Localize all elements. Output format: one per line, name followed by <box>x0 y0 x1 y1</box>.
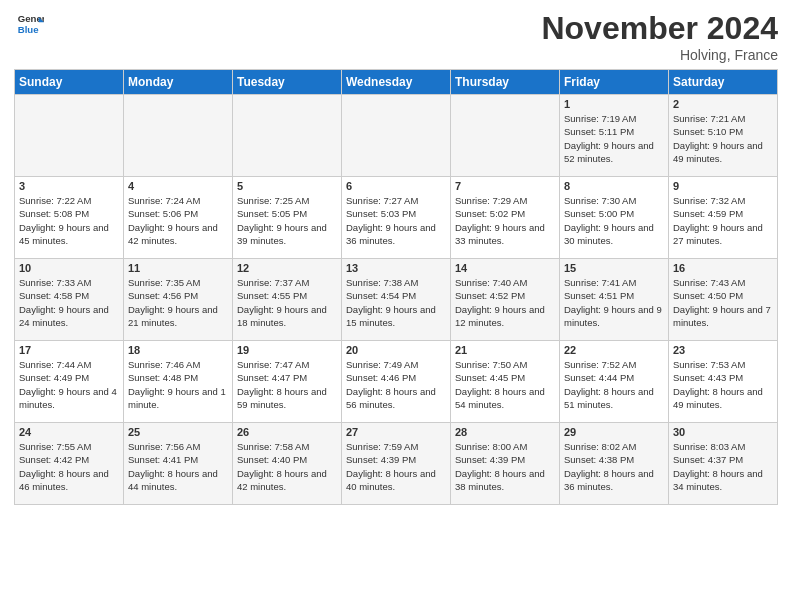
calendar-table: SundayMondayTuesdayWednesdayThursdayFrid… <box>14 69 778 505</box>
calendar-week-3: 17Sunrise: 7:44 AM Sunset: 4:49 PM Dayli… <box>15 341 778 423</box>
weekday-header-friday: Friday <box>560 70 669 95</box>
weekday-header-wednesday: Wednesday <box>342 70 451 95</box>
calendar-cell: 27Sunrise: 7:59 AM Sunset: 4:39 PM Dayli… <box>342 423 451 505</box>
location: Holving, France <box>541 47 778 63</box>
calendar-cell: 30Sunrise: 8:03 AM Sunset: 4:37 PM Dayli… <box>669 423 778 505</box>
calendar-cell: 26Sunrise: 7:58 AM Sunset: 4:40 PM Dayli… <box>233 423 342 505</box>
day-number: 24 <box>19 426 119 438</box>
calendar-cell <box>15 95 124 177</box>
calendar-cell: 7Sunrise: 7:29 AM Sunset: 5:02 PM Daylig… <box>451 177 560 259</box>
day-number: 4 <box>128 180 228 192</box>
day-number: 2 <box>673 98 773 110</box>
day-number: 23 <box>673 344 773 356</box>
day-info: Sunrise: 7:33 AM Sunset: 4:58 PM Dayligh… <box>19 276 119 329</box>
calendar-week-4: 24Sunrise: 7:55 AM Sunset: 4:42 PM Dayli… <box>15 423 778 505</box>
day-number: 17 <box>19 344 119 356</box>
day-info: Sunrise: 7:30 AM Sunset: 5:00 PM Dayligh… <box>564 194 664 247</box>
day-number: 20 <box>346 344 446 356</box>
calendar-cell: 19Sunrise: 7:47 AM Sunset: 4:47 PM Dayli… <box>233 341 342 423</box>
day-info: Sunrise: 7:21 AM Sunset: 5:10 PM Dayligh… <box>673 112 773 165</box>
day-number: 5 <box>237 180 337 192</box>
svg-text:Blue: Blue <box>18 24 39 35</box>
calendar-cell: 3Sunrise: 7:22 AM Sunset: 5:08 PM Daylig… <box>15 177 124 259</box>
day-info: Sunrise: 7:29 AM Sunset: 5:02 PM Dayligh… <box>455 194 555 247</box>
day-number: 7 <box>455 180 555 192</box>
calendar-cell: 29Sunrise: 8:02 AM Sunset: 4:38 PM Dayli… <box>560 423 669 505</box>
header: General Blue November 2024 Holving, Fran… <box>14 10 778 63</box>
day-info: Sunrise: 7:41 AM Sunset: 4:51 PM Dayligh… <box>564 276 664 329</box>
day-info: Sunrise: 7:49 AM Sunset: 4:46 PM Dayligh… <box>346 358 446 411</box>
calendar-cell: 10Sunrise: 7:33 AM Sunset: 4:58 PM Dayli… <box>15 259 124 341</box>
calendar-cell: 8Sunrise: 7:30 AM Sunset: 5:00 PM Daylig… <box>560 177 669 259</box>
day-info: Sunrise: 7:53 AM Sunset: 4:43 PM Dayligh… <box>673 358 773 411</box>
calendar-week-2: 10Sunrise: 7:33 AM Sunset: 4:58 PM Dayli… <box>15 259 778 341</box>
day-number: 15 <box>564 262 664 274</box>
calendar-week-1: 3Sunrise: 7:22 AM Sunset: 5:08 PM Daylig… <box>15 177 778 259</box>
day-number: 12 <box>237 262 337 274</box>
calendar-cell <box>342 95 451 177</box>
weekday-header-sunday: Sunday <box>15 70 124 95</box>
day-number: 18 <box>128 344 228 356</box>
day-info: Sunrise: 7:43 AM Sunset: 4:50 PM Dayligh… <box>673 276 773 329</box>
day-number: 14 <box>455 262 555 274</box>
day-number: 6 <box>346 180 446 192</box>
day-number: 27 <box>346 426 446 438</box>
calendar-cell: 22Sunrise: 7:52 AM Sunset: 4:44 PM Dayli… <box>560 341 669 423</box>
day-info: Sunrise: 7:52 AM Sunset: 4:44 PM Dayligh… <box>564 358 664 411</box>
day-info: Sunrise: 7:25 AM Sunset: 5:05 PM Dayligh… <box>237 194 337 247</box>
day-info: Sunrise: 7:35 AM Sunset: 4:56 PM Dayligh… <box>128 276 228 329</box>
calendar-cell: 16Sunrise: 7:43 AM Sunset: 4:50 PM Dayli… <box>669 259 778 341</box>
calendar-cell: 25Sunrise: 7:56 AM Sunset: 4:41 PM Dayli… <box>124 423 233 505</box>
day-info: Sunrise: 7:58 AM Sunset: 4:40 PM Dayligh… <box>237 440 337 493</box>
calendar-cell: 18Sunrise: 7:46 AM Sunset: 4:48 PM Dayli… <box>124 341 233 423</box>
weekday-header-monday: Monday <box>124 70 233 95</box>
day-number: 1 <box>564 98 664 110</box>
day-info: Sunrise: 7:19 AM Sunset: 5:11 PM Dayligh… <box>564 112 664 165</box>
day-number: 3 <box>19 180 119 192</box>
day-info: Sunrise: 7:47 AM Sunset: 4:47 PM Dayligh… <box>237 358 337 411</box>
day-number: 26 <box>237 426 337 438</box>
calendar-cell <box>124 95 233 177</box>
day-number: 29 <box>564 426 664 438</box>
day-info: Sunrise: 7:40 AM Sunset: 4:52 PM Dayligh… <box>455 276 555 329</box>
calendar-cell: 5Sunrise: 7:25 AM Sunset: 5:05 PM Daylig… <box>233 177 342 259</box>
calendar-cell: 20Sunrise: 7:49 AM Sunset: 4:46 PM Dayli… <box>342 341 451 423</box>
weekday-header-thursday: Thursday <box>451 70 560 95</box>
day-info: Sunrise: 7:59 AM Sunset: 4:39 PM Dayligh… <box>346 440 446 493</box>
calendar-cell: 23Sunrise: 7:53 AM Sunset: 4:43 PM Dayli… <box>669 341 778 423</box>
day-number: 16 <box>673 262 773 274</box>
logo-icon: General Blue <box>16 10 44 38</box>
logo: General Blue <box>14 10 44 38</box>
calendar-cell: 1Sunrise: 7:19 AM Sunset: 5:11 PM Daylig… <box>560 95 669 177</box>
calendar-cell: 11Sunrise: 7:35 AM Sunset: 4:56 PM Dayli… <box>124 259 233 341</box>
day-number: 8 <box>564 180 664 192</box>
day-info: Sunrise: 8:02 AM Sunset: 4:38 PM Dayligh… <box>564 440 664 493</box>
month-title: November 2024 <box>541 10 778 47</box>
calendar-cell: 2Sunrise: 7:21 AM Sunset: 5:10 PM Daylig… <box>669 95 778 177</box>
calendar-cell: 6Sunrise: 7:27 AM Sunset: 5:03 PM Daylig… <box>342 177 451 259</box>
calendar-cell: 13Sunrise: 7:38 AM Sunset: 4:54 PM Dayli… <box>342 259 451 341</box>
calendar-body: 1Sunrise: 7:19 AM Sunset: 5:11 PM Daylig… <box>15 95 778 505</box>
calendar-cell: 21Sunrise: 7:50 AM Sunset: 4:45 PM Dayli… <box>451 341 560 423</box>
day-number: 21 <box>455 344 555 356</box>
day-info: Sunrise: 7:44 AM Sunset: 4:49 PM Dayligh… <box>19 358 119 411</box>
day-info: Sunrise: 8:03 AM Sunset: 4:37 PM Dayligh… <box>673 440 773 493</box>
calendar-week-0: 1Sunrise: 7:19 AM Sunset: 5:11 PM Daylig… <box>15 95 778 177</box>
day-info: Sunrise: 7:55 AM Sunset: 4:42 PM Dayligh… <box>19 440 119 493</box>
day-number: 9 <box>673 180 773 192</box>
title-block: November 2024 Holving, France <box>541 10 778 63</box>
calendar-cell: 4Sunrise: 7:24 AM Sunset: 5:06 PM Daylig… <box>124 177 233 259</box>
day-info: Sunrise: 7:24 AM Sunset: 5:06 PM Dayligh… <box>128 194 228 247</box>
day-number: 10 <box>19 262 119 274</box>
calendar-header: SundayMondayTuesdayWednesdayThursdayFrid… <box>15 70 778 95</box>
day-number: 25 <box>128 426 228 438</box>
day-number: 22 <box>564 344 664 356</box>
day-info: Sunrise: 7:37 AM Sunset: 4:55 PM Dayligh… <box>237 276 337 329</box>
day-info: Sunrise: 7:50 AM Sunset: 4:45 PM Dayligh… <box>455 358 555 411</box>
day-number: 11 <box>128 262 228 274</box>
page-container: General Blue November 2024 Holving, Fran… <box>0 0 792 513</box>
weekday-row: SundayMondayTuesdayWednesdayThursdayFrid… <box>15 70 778 95</box>
day-number: 30 <box>673 426 773 438</box>
calendar-cell: 28Sunrise: 8:00 AM Sunset: 4:39 PM Dayli… <box>451 423 560 505</box>
calendar-cell: 15Sunrise: 7:41 AM Sunset: 4:51 PM Dayli… <box>560 259 669 341</box>
